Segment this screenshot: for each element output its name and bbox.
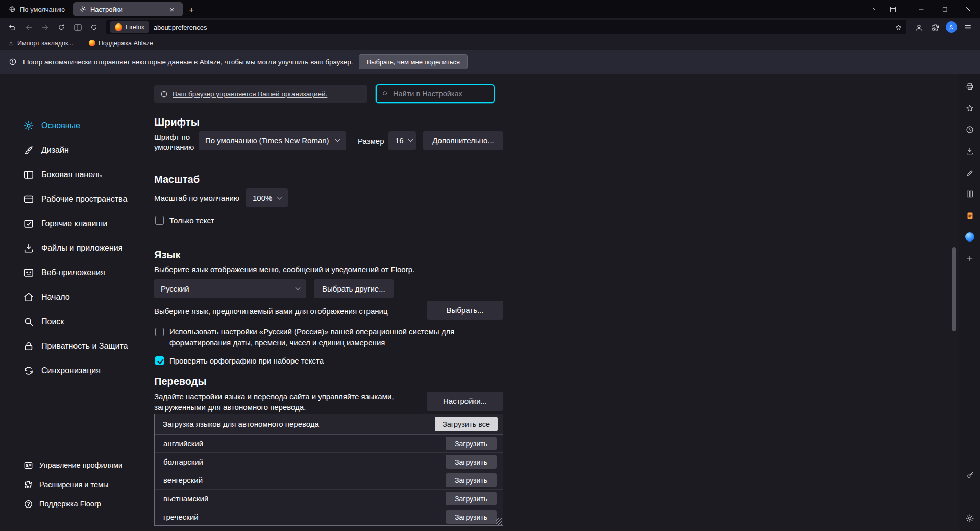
tab-close-icon[interactable]: × <box>167 4 177 14</box>
category-hotkeys[interactable]: Горячие клавиши <box>0 211 153 236</box>
set-alternatives-button[interactable]: Выбрать другие... <box>314 279 394 298</box>
category-privacy-security[interactable]: Приватность и Защита <box>0 334 153 358</box>
tab-settings[interactable]: Настройки × <box>74 2 183 16</box>
translate-icon[interactable] <box>959 183 980 205</box>
category-label: Начало <box>41 293 70 302</box>
list-all-tabs-icon[interactable] <box>867 2 884 17</box>
language-description: Выберите язык отображения меню, сообщени… <box>154 264 414 274</box>
info-icon <box>160 90 168 98</box>
translations-settings-button[interactable]: Настройки... <box>427 392 503 411</box>
profile-avatar[interactable] <box>943 20 960 34</box>
new-tab-button[interactable]: + <box>184 3 199 17</box>
floorp-logo-icon[interactable] <box>959 226 980 248</box>
bookmark-ablaze-support[interactable]: Поддержка Ablaze <box>86 38 156 49</box>
identity-chip[interactable]: Firefox <box>110 21 149 33</box>
default-zoom-select[interactable]: 100% <box>246 188 288 207</box>
history-clock-icon[interactable] <box>959 119 980 140</box>
add-panel-icon[interactable] <box>959 248 980 269</box>
spellcheck-checkbox[interactable] <box>155 356 164 365</box>
choose-what-to-share-button[interactable]: Выбрать, чем мне поделиться <box>359 54 468 69</box>
search-icon <box>382 90 389 98</box>
pencil-icon[interactable] <box>959 162 980 183</box>
translations-panel-header: Загрузка языков для автономного перевода… <box>155 414 503 435</box>
notification-close-icon[interactable] <box>957 55 971 69</box>
fonts-advanced-button[interactable]: Дополнительно... <box>423 131 503 150</box>
settings-nav-footer: Управление профилями Расширения и темы П… <box>0 455 153 514</box>
window-minimize-button[interactable] <box>910 0 933 18</box>
font-size-select[interactable]: 16 <box>388 131 416 150</box>
extensions-puzzle-icon[interactable] <box>927 20 943 34</box>
search-input[interactable] <box>393 90 488 98</box>
bookmark-star-icon[interactable] <box>895 23 902 31</box>
choose-language-button[interactable]: Выбрать... <box>427 301 503 320</box>
data-reporting-notification: Floorp автоматически отправляет некоторы… <box>0 50 980 74</box>
home-icon <box>22 292 35 303</box>
footer-item-label: Расширения и темы <box>39 480 108 489</box>
content-scrollbar[interactable] <box>952 247 956 331</box>
category-search[interactable]: Поиск <box>0 309 153 334</box>
workspaces-icon <box>22 194 35 205</box>
manage-profiles-item[interactable]: Управление профилями <box>0 455 153 475</box>
category-sync[interactable]: Синхронизация <box>0 358 153 383</box>
download-button[interactable]: Загрузить <box>446 510 497 524</box>
sidebar-panel-icon <box>22 169 35 180</box>
back-icon[interactable] <box>20 20 37 34</box>
account-icon[interactable] <box>911 20 927 34</box>
default-font-select[interactable]: По умолчанию (Times New Roman) <box>199 131 346 150</box>
window-close-button[interactable] <box>957 0 980 18</box>
download-button[interactable]: Загрузить <box>446 473 497 487</box>
gear-favicon-icon <box>79 6 86 13</box>
download-all-button[interactable]: Загрузить все <box>435 417 498 431</box>
resize-grip[interactable] <box>496 518 502 525</box>
import-icon <box>8 40 14 46</box>
url-bar[interactable]: Firefox about:preferences <box>106 20 906 34</box>
forward-icon[interactable] <box>37 20 53 34</box>
category-files-applications[interactable]: Файлы и приложения <box>0 236 153 260</box>
bookmarks-toolbar: Импорт закладок... Поддержка Ablaze <box>0 36 980 50</box>
category-label: Синхронизация <box>41 366 101 375</box>
category-design[interactable]: Дизайн <box>0 138 153 162</box>
password-key-icon[interactable] <box>959 464 980 486</box>
text-only-checkbox[interactable] <box>155 216 164 225</box>
language-row: вьетнамский Загрузить <box>155 490 503 508</box>
sidebar-toggle-icon[interactable] <box>69 20 86 34</box>
tab-default-profile[interactable]: По умолчанию <box>3 2 70 16</box>
managed-browser-link[interactable]: Ваш браузер управляется Вашей организаци… <box>173 90 327 98</box>
category-workspaces[interactable]: Рабочие пространства <box>0 187 153 211</box>
bookmarks-star-icon[interactable] <box>959 98 980 119</box>
notes-icon[interactable] <box>959 205 980 226</box>
download-button[interactable]: Загрузить <box>446 437 497 450</box>
category-web-apps[interactable]: Веб-приложения <box>0 260 153 285</box>
download-button[interactable]: Загрузить <box>446 455 497 469</box>
bookmark-import-bookmarks[interactable]: Импорт закладок... <box>5 38 76 49</box>
rail-settings-gear-icon[interactable] <box>959 508 980 529</box>
language-row: греческий Загрузить <box>155 508 503 526</box>
tab-label: Настройки <box>90 6 123 13</box>
category-sidebar[interactable]: Боковая панель <box>0 162 153 187</box>
download-button[interactable]: Загрузить <box>446 492 497 505</box>
page-favicon <box>9 6 16 13</box>
category-label: Боковая панель <box>41 170 102 179</box>
category-general[interactable]: Основные <box>0 113 153 138</box>
floorp-support-item[interactable]: Поддержка Floorp <box>0 494 153 514</box>
extensions-themes-item[interactable]: Расширения и темы <box>0 475 153 494</box>
firefox-logo-icon <box>115 23 122 31</box>
ui-language-select[interactable]: Русский <box>154 279 306 298</box>
settings-category-nav: Основные Дизайн Боковая панель Рабочие п… <box>0 74 153 531</box>
refresh-icon[interactable] <box>53 20 69 34</box>
print-icon[interactable] <box>959 76 980 98</box>
category-label: Дизайн <box>41 146 69 155</box>
category-home[interactable]: Начало <box>0 285 153 309</box>
notification-message: Floorp автоматически отправляет некоторы… <box>23 58 353 66</box>
reload-icon[interactable] <box>86 20 102 34</box>
downloads-icon[interactable] <box>959 140 980 162</box>
settings-search-field <box>376 84 495 103</box>
tab-container-icon[interactable] <box>884 2 901 17</box>
os-locale-checkbox[interactable] <box>155 328 164 336</box>
default-font-value: По умолчанию (Times New Roman) <box>205 136 329 145</box>
window-maximize-button[interactable] <box>933 0 957 18</box>
undo-closed-tab-icon[interactable] <box>4 20 20 34</box>
menu-hamburger-icon[interactable] <box>960 20 976 34</box>
os-locale-row: Использовать настройки «Русский (Россия)… <box>155 326 476 348</box>
tab-bar: По умолчанию Настройки × + <box>0 0 980 18</box>
